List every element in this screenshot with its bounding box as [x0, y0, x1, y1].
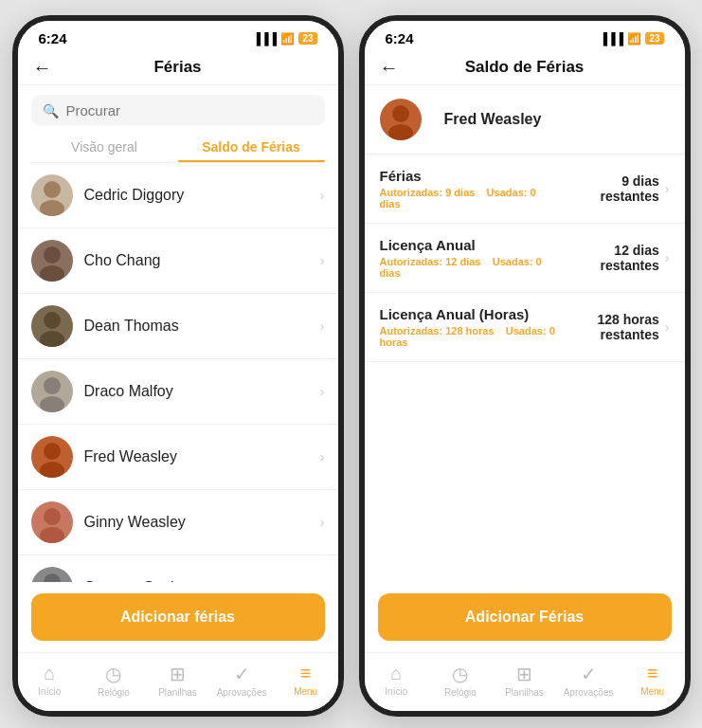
avatar-draco — [31, 371, 73, 412]
employee-name-cedric: Cedric Diggory — [84, 187, 320, 204]
balance-sub-horas: Autorizadas: 128 horas Usadas: 0 horas — [380, 325, 555, 348]
nav-inicio-left[interactable]: ⌂ Início — [18, 659, 82, 701]
chevron-icon-cho: › — [320, 253, 325, 268]
nav-aprovacoes-left[interactable]: ✓ Aprovações — [209, 659, 274, 701]
svg-point-2 — [44, 246, 61, 264]
nav-planilhas-right[interactable]: ⊞ Planilhas — [493, 659, 557, 701]
tab-saldo-ferias[interactable]: Saldo de Férias — [178, 132, 325, 162]
right-phone: 6:24 ▐▐▐ 📶 23 ← Saldo de Férias Fred Wea… — [359, 15, 691, 717]
balance-title-licenca: Licença Anual — [380, 237, 557, 253]
menu-icon-right: ≡ — [647, 663, 658, 684]
tabs-left: Visão geral Saldo de Férias — [31, 132, 325, 163]
svg-point-1 — [40, 200, 64, 216]
check-icon-left: ✓ — [234, 663, 250, 685]
search-bar-left[interactable]: 🔍 — [31, 95, 325, 126]
chevron-icon-gregory: › — [320, 580, 325, 582]
status-bar-left: 6:24 ▐▐▐ 📶 23 — [18, 21, 338, 50]
search-icon-left: 🔍 — [43, 103, 59, 118]
signal-icon-right: ▐▐▐ — [600, 32, 624, 46]
nav-relogio-right[interactable]: ◷ Relógio — [428, 659, 493, 701]
employee-name-fred: Fred Weasley — [84, 448, 320, 465]
back-button-left[interactable]: ← — [33, 57, 52, 79]
add-ferias-button-right[interactable]: Adicionar Férias — [378, 593, 672, 641]
list-item[interactable]: Ginny Weasley › — [18, 490, 338, 555]
wifi-icon-left: 📶 — [280, 32, 295, 46]
nav-relogio-left[interactable]: ◷ Relógio — [81, 659, 146, 701]
list-item[interactable]: Cedric Diggory › — [18, 163, 338, 228]
svg-point-12 — [44, 573, 61, 582]
list-item[interactable]: Cho Chang › — [18, 228, 338, 294]
svg-point-7 — [40, 396, 64, 412]
nav-aprovacoes-right[interactable]: ✓ Aprovações — [556, 659, 621, 701]
status-icons-right: ▐▐▐ 📶 23 — [600, 32, 664, 46]
list-item[interactable]: Fred Weasley › — [18, 425, 338, 490]
svg-point-15 — [388, 124, 413, 140]
chevron-icon-dean: › — [320, 318, 325, 334]
balance-item-ferias[interactable]: Férias Autorizadas: 9 dias Usadas: 0 dia… — [365, 155, 685, 224]
list-item[interactable]: Draco Malfoy › — [18, 359, 338, 425]
search-input-left[interactable] — [66, 102, 314, 118]
employee-list: Cedric Diggory › Cho Chang › — [18, 163, 338, 582]
back-button-right[interactable]: ← — [380, 57, 399, 79]
check-icon-right: ✓ — [581, 663, 597, 685]
sheets-icon-right: ⊞ — [516, 663, 532, 685]
status-time-left: 6:24 — [39, 30, 67, 46]
chevron-icon-fred: › — [320, 449, 325, 464]
battery-left: 23 — [298, 32, 316, 45]
header-right: ← Saldo de Férias — [365, 50, 685, 85]
svg-point-3 — [40, 265, 64, 282]
menu-icon-left: ≡ — [300, 663, 312, 684]
tab-visao-geral[interactable]: Visão geral — [31, 132, 178, 162]
balance-item-right-ferias: 9 dias restantes › — [559, 173, 669, 204]
balance-value-horas: 128 horas restantes — [555, 312, 659, 342]
list-item[interactable]: Dean Thomas › — [18, 294, 338, 359]
home-icon-right: ⌂ — [390, 663, 402, 684]
nav-menu-left[interactable]: ≡ Menu — [274, 659, 338, 701]
balance-title-ferias: Férias — [380, 168, 560, 184]
page-title-left: Férias — [153, 58, 201, 77]
svg-point-8 — [44, 443, 61, 460]
status-time-right: 6:24 — [386, 30, 414, 46]
nav-menu-right[interactable]: ≡ Menu — [621, 659, 685, 701]
svg-point-4 — [44, 312, 61, 329]
svg-point-11 — [40, 527, 64, 543]
add-ferias-button[interactable]: Adicionar férias — [31, 593, 325, 641]
svg-point-5 — [40, 331, 64, 347]
avatar-cedric — [31, 174, 73, 216]
list-item[interactable]: Gregory Goyle › — [18, 555, 338, 582]
home-icon-left: ⌂ — [44, 663, 55, 684]
employee-name-dean: Dean Thomas — [84, 318, 320, 335]
avatar-gregory — [31, 567, 73, 582]
avatar-dean — [31, 305, 73, 347]
svg-point-10 — [44, 508, 61, 525]
chevron-icon-licenca: › — [665, 250, 670, 265]
status-bar-right: 6:24 ▐▐▐ 📶 23 — [365, 21, 685, 50]
balance-value-licenca: 12 dias restantes — [557, 243, 659, 273]
wifi-icon-right: 📶 — [627, 32, 641, 46]
detail-user-header: Fred Weasley — [365, 85, 685, 155]
status-icons-left: ▐▐▐ 📶 23 — [253, 32, 317, 46]
svg-point-14 — [392, 105, 409, 122]
nav-inicio-right[interactable]: ⌂ Início — [365, 659, 429, 701]
clock-icon-right: ◷ — [452, 663, 468, 685]
employee-name-draco: Draco Malfoy — [84, 383, 320, 400]
balance-item-left-ferias: Férias Autorizadas: 9 dias Usadas: 0 dia… — [380, 168, 560, 209]
left-phone: 6:24 ▐▐▐ 📶 23 ← Férias 🔍 Visão geral Sal… — [12, 15, 344, 717]
balance-item-left-licenca: Licença Anual Autorizadas: 12 dias Usada… — [380, 237, 557, 279]
chevron-icon-draco: › — [320, 384, 325, 399]
avatar-cho — [31, 240, 73, 282]
chevron-icon-horas: › — [665, 319, 670, 335]
chevron-icon-ferias: › — [665, 181, 670, 196]
balance-value-ferias: 9 dias restantes — [559, 173, 659, 204]
avatar-fred-detail — [380, 99, 422, 140]
employee-name-ginny: Ginny Weasley — [84, 514, 320, 531]
bottom-nav-left: ⌂ Início ◷ Relógio ⊞ Planilhas ✓ Aprovaç… — [18, 652, 338, 711]
sheets-icon-left: ⊞ — [170, 663, 186, 685]
balance-sub-licenca: Autorizadas: 12 dias Usadas: 0 dias — [380, 256, 557, 279]
chevron-icon-ginny: › — [320, 515, 325, 530]
chevron-icon-cedric: › — [320, 188, 325, 203]
balance-item-licenca[interactable]: Licença Anual Autorizadas: 12 dias Usada… — [365, 224, 685, 293]
battery-right: 23 — [645, 32, 663, 45]
nav-planilhas-left[interactable]: ⊞ Planilhas — [146, 659, 210, 701]
balance-item-licenca-horas[interactable]: Licença Anual (Horas) Autorizadas: 128 h… — [365, 293, 685, 362]
